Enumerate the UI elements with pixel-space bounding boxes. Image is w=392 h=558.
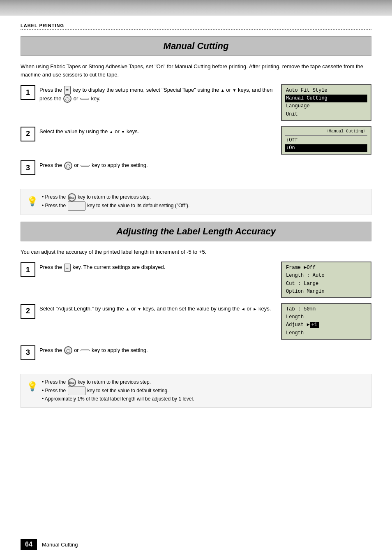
- ok-key-icon4: ◯: [64, 346, 72, 354]
- s2-step1-content: Press the ≡ key. The current settings ar…: [39, 262, 371, 298]
- lcd3-line2: Length : Auto: [285, 272, 367, 280]
- step2-content: Select the value by using the or keys. 〈…: [39, 126, 371, 155]
- s2-step3-text: Press the ◯ or key to apply the setting.: [39, 345, 371, 355]
- s2-step1-lcd: Frame ►Off Length : Auto Cut : Large Opt…: [281, 262, 371, 298]
- dotted-divider: [21, 29, 371, 30]
- note2-content: • Press the Esc key to return to the pre…: [42, 378, 365, 403]
- lcd4-line4: Length: [285, 329, 367, 337]
- setup-key-icon: ≡: [64, 264, 71, 272]
- note2-bullet1: • Press the Esc key to return to the pre…: [42, 378, 365, 387]
- page: LABEL PRINTING Manual Cutting When using…: [0, 0, 392, 558]
- lcd4: Tab : 50mm Length Adjust ►+1 Length: [281, 303, 371, 340]
- section-header-label: LABEL PRINTING: [21, 23, 371, 28]
- lcd1-line1: Auto Fit Style: [285, 87, 367, 95]
- footer-label: Manual Cutting: [42, 542, 78, 548]
- note-icon2: 💡: [27, 379, 38, 394]
- arrow-down-icon4: [137, 306, 141, 312]
- lcd2-header: 〈Manual Cutting〉: [285, 128, 367, 136]
- section2-intro: You can adjust the accuracy of the print…: [21, 248, 371, 256]
- arrow-up-icon4: [125, 306, 129, 312]
- lcd1: Auto Fit Style Manual Cutting Language U…: [281, 84, 371, 121]
- ok-key-icon: ◯: [63, 95, 71, 103]
- s2-step2-lcd: Tab : 50mm Length Adjust ►+1 Length: [281, 303, 371, 340]
- section1-intro: When using Fabric Tapes or Strong Adhesi…: [21, 63, 371, 79]
- esc-key-icon2: Esc: [68, 378, 76, 387]
- lcd1-line2: Manual Cutting: [285, 95, 367, 102]
- arrow-down-icon: [232, 87, 236, 93]
- enter-key-icon: [80, 98, 89, 100]
- fn-key-icon: ≡: [64, 86, 71, 95]
- arrow-up-icon: [221, 87, 225, 93]
- section2-title-box: Adjusting the Label Length Accuracy: [21, 222, 371, 241]
- enter-key-icon4: [81, 350, 90, 351]
- lcd2-line2: ↓On: [285, 144, 367, 152]
- lcd3-line1: Frame ►Off: [285, 264, 367, 272]
- step3-number: 3: [21, 160, 35, 175]
- arrow-down-icon2: [121, 128, 125, 134]
- note1-bullet1: • Press the Esc key to return to the pre…: [42, 193, 365, 201]
- s2-step1-number: 1: [21, 262, 35, 277]
- step3-row: 3 Press the ◯ or key to apply the settin…: [21, 160, 371, 175]
- note1-content: • Press the Esc key to return to the pre…: [42, 193, 365, 211]
- step1-row: 1 Press the ≡ key to display the setup m…: [21, 84, 371, 121]
- s2-step3-number: 3: [21, 345, 35, 360]
- step2-number: 2: [21, 127, 35, 141]
- note2-bullet2: • Press the key to set the value to defa…: [42, 387, 365, 396]
- step1-text: Press the ≡ key to display the setup men…: [39, 84, 274, 103]
- top-bar: [0, 0, 392, 16]
- esc-key-icon1: Esc: [68, 193, 76, 201]
- lcd1-line4: Unit: [285, 111, 367, 118]
- arrow-right-icon: [253, 306, 257, 312]
- lcd1-line3: Language: [285, 102, 367, 110]
- lcd4-line1: Tab : 50mm: [285, 306, 367, 313]
- section1-title-box: Manual Cutting: [21, 36, 371, 56]
- s2-step3-row: 3 Press the ◯ or key to apply the settin…: [21, 345, 371, 360]
- note-icon1: 💡: [27, 194, 38, 208]
- step3-text: Press the ◯ or key to apply the setting.: [39, 160, 371, 170]
- step2-row: 2 Select the value by using the or keys.…: [21, 126, 371, 155]
- section2-note: 💡 • Press the Esc key to return to the p…: [21, 374, 371, 408]
- step2-text: Select the value by using the or keys.: [39, 126, 274, 136]
- note2-bullet3: • Approximately 1% of the total label le…: [42, 395, 365, 403]
- step1-number: 1: [21, 85, 35, 100]
- section1-divider: [21, 182, 371, 182]
- lcd2: 〈Manual Cutting〉 ↑Off ↓On: [281, 126, 371, 155]
- enter-key-icon3: [81, 165, 90, 167]
- section2-title: Adjusting the Label Length Accuracy: [25, 226, 367, 237]
- arrow-left-icon: [241, 306, 245, 312]
- lcd3: Frame ►Off Length : Auto Cut : Large Opt…: [281, 262, 371, 298]
- step1-lcd: Auto Fit Style Manual Cutting Language U…: [281, 84, 371, 121]
- s2-step2-row: 2 Select "Adjust Length." by using the o…: [21, 303, 371, 340]
- s2-step3-content: Press the ◯ or key to apply the setting.: [39, 345, 371, 355]
- s2-step1-text: Press the ≡ key. The current settings ar…: [39, 262, 274, 272]
- page-footer: 64 Manual Cutting: [0, 539, 392, 550]
- arrow-up-icon2: [109, 128, 113, 134]
- s2-step2-content: Select "Adjust Length." by using the or …: [39, 303, 371, 340]
- s2-step2-text: Select "Adjust Length." by using the or …: [39, 303, 274, 313]
- lcd3-line4: Option Margin: [285, 288, 367, 296]
- step1-content: Press the ≡ key to display the setup men…: [39, 84, 371, 121]
- section1-title: Manual Cutting: [25, 41, 367, 51]
- lcd2-line1: ↑Off: [285, 137, 367, 144]
- rect-key-icon2: [68, 387, 85, 396]
- step3-content: Press the ◯ or key to apply the setting.: [39, 160, 371, 170]
- note1-bullet2: • Press the key to set the value to its …: [42, 201, 365, 211]
- step2-lcd: 〈Manual Cutting〉 ↑Off ↓On: [281, 126, 371, 155]
- section1-note: 💡 • Press the Esc key to return to the p…: [21, 189, 371, 215]
- rect-key-icon1: [68, 201, 85, 211]
- s2-step1-row: 1 Press the ≡ key. The current settings …: [21, 262, 371, 298]
- lcd3-line3: Cut : Large: [285, 280, 367, 288]
- ok-key-icon3: ◯: [64, 162, 72, 170]
- lcd4-line2: Length: [285, 313, 367, 321]
- lcd4-line3: Adjust ►+1: [285, 321, 367, 329]
- page-number: 64: [21, 539, 37, 550]
- content-area: LABEL PRINTING Manual Cutting When using…: [0, 16, 392, 439]
- s2-step2-number: 2: [21, 304, 35, 319]
- section2-divider: [21, 367, 371, 367]
